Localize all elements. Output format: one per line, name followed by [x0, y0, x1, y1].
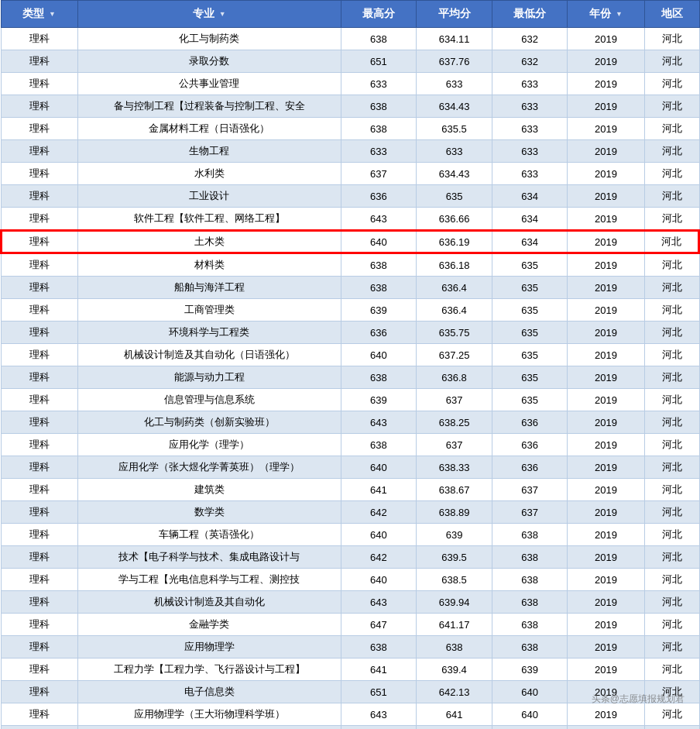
filter-icon-type[interactable]: ▼	[49, 10, 56, 18]
table-row: 理科金属材料工程（日语强化）638635.56332019河北	[1, 118, 699, 140]
header-type[interactable]: 类型 ▼	[1, 1, 77, 28]
table-row: 理科技术【电子科学与技术、集成电路设计与642639.56382019河北	[1, 546, 699, 569]
header-major[interactable]: 专业 ▼	[77, 1, 341, 28]
table-row: 理科车辆工程（英语强化）6406396382019河北	[1, 524, 699, 546]
table-row: 理科应用物理学（王大珩物理科学班）6436416402019河北	[1, 703, 699, 726]
table-row: 理科化工与制药类（创新实验班）643638.256362019河北	[1, 411, 699, 434]
table-row: 理科土木类640636.196342019河北	[1, 230, 699, 253]
table-row: 理科公共事业管理6336336332019河北	[1, 73, 699, 95]
scores-table: 类型 ▼ 专业 ▼ 最高分 平均分 最低分 年份 ▼	[0, 0, 700, 729]
header-avg[interactable]: 平均分	[417, 1, 492, 28]
table-row: 理科金融学类647641.176382019河北	[1, 614, 699, 636]
table-row: 理科工程力学【工程力学、飞行器设计与工程】641639.46392019河北	[1, 659, 699, 681]
filter-icon-year[interactable]: ▼	[616, 10, 623, 18]
table-row: 理科工业设计6366356342019河北	[1, 185, 699, 208]
table-row: 理科化工与制药类638634.116322019河北	[1, 28, 699, 50]
table-row: 理科能源与动力工程638636.86352019河北	[1, 366, 699, 389]
header-max[interactable]: 最高分	[341, 1, 417, 28]
table-row: 理科学与工程【光电信息科学与工程、测控技640638.56382019河北	[1, 569, 699, 591]
table-row: 理科数学类642638.896372019河北	[1, 501, 699, 524]
table-row: 理科应用化学（理学）6386376362019河北	[1, 434, 699, 456]
table-row: 理科录取分数651637.766322019河北	[1, 50, 699, 73]
table-row: 理科应用化学（张大煜化学菁英班）（理学）640638.336362019河北	[1, 456, 699, 479]
table-row: 理科软件工程【软件工程、网络工程】643636.666342019河北	[1, 208, 699, 231]
table-row: 理科船舶与海洋工程638636.46352019河北	[1, 277, 699, 299]
table-row: 理科机械设计制造及其自动化（日语强化）640637.256352019河北	[1, 344, 699, 366]
filter-icon-major[interactable]: ▼	[219, 10, 226, 18]
table-row: 理科生物工程6336336332019河北	[1, 140, 699, 163]
table-row: 理科机械设计制造及其自动化643639.946382019河北	[1, 591, 699, 614]
header-year[interactable]: 年份 ▼	[568, 1, 644, 28]
header-region[interactable]: 地区	[644, 1, 699, 28]
table-row: 理科备与控制工程【过程装备与控制工程、安全638634.436332019河北	[1, 95, 699, 118]
table-body: 理科化工与制药类638634.116322019河北理科录取分数651637.7…	[1, 28, 699, 730]
table-header-row: 类型 ▼ 专业 ▼ 最高分 平均分 最低分 年份 ▼	[1, 1, 699, 28]
watermark: 头条@志愿填报规划君	[592, 693, 685, 706]
table-row: 理科工商管理类639636.46352019河北	[1, 299, 699, 322]
table-row: 理科材料类638636.186352019河北	[1, 253, 699, 277]
table-row: 理科水利类637634.436332019河北	[1, 163, 699, 185]
table-row: 理科环境科学与工程类636635.756352019河北	[1, 322, 699, 344]
table-row: 理科工程力学（钱令希力学创新实验班）642641.56412019河北	[1, 726, 699, 730]
header-min[interactable]: 最低分	[492, 1, 568, 28]
table-row: 理科信息管理与信息系统6396376352019河北	[1, 389, 699, 411]
table-row: 理科应用物理学6386386382019河北	[1, 636, 699, 659]
main-container: 类型 ▼ 专业 ▼ 最高分 平均分 最低分 年份 ▼	[0, 0, 700, 729]
table-row: 理科建筑类641638.676372019河北	[1, 479, 699, 501]
